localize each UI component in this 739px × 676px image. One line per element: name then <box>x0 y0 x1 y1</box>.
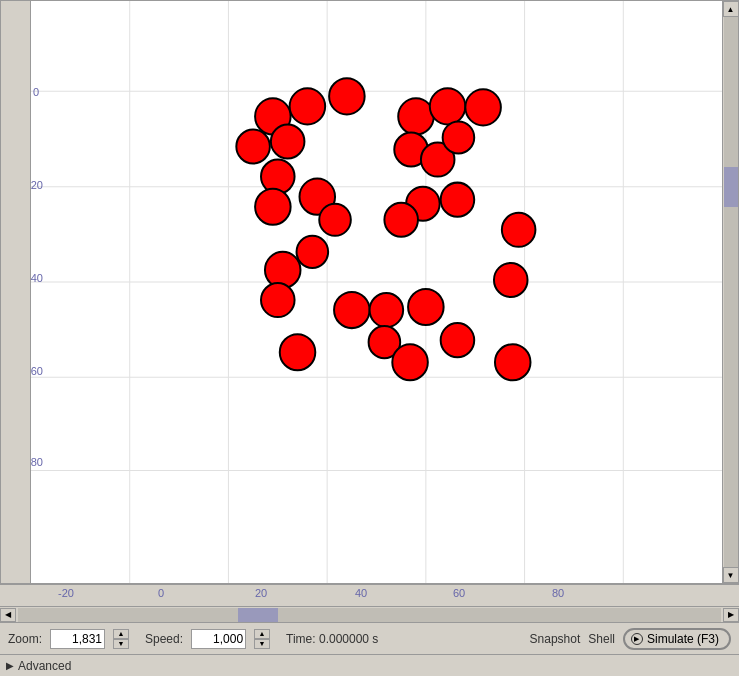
simulate-label: Simulate (F3) <box>647 632 719 646</box>
shell-button[interactable]: Shell <box>588 632 615 646</box>
svg-point-14 <box>236 129 270 163</box>
x-label-40: 40 <box>355 587 367 599</box>
speed-spinner[interactable]: ▲ ▼ <box>254 629 270 649</box>
speed-label: Speed: <box>145 632 183 646</box>
svg-point-36 <box>441 183 475 217</box>
zoom-input[interactable] <box>50 629 105 649</box>
svg-point-37 <box>384 203 418 237</box>
simulate-button[interactable]: ▶ Simulate (F3) <box>623 628 731 650</box>
zoom-down-btn[interactable]: ▼ <box>113 639 129 649</box>
svg-point-40 <box>392 344 428 380</box>
x-label-0: 0 <box>158 587 164 599</box>
svg-point-29 <box>398 98 434 134</box>
advanced-row[interactable]: ▶ Advanced <box>0 654 739 676</box>
scroll-thumb-v[interactable] <box>724 167 738 207</box>
y-label-20: -20 <box>31 179 43 191</box>
svg-point-13 <box>329 78 365 114</box>
svg-point-38 <box>502 213 536 247</box>
speed-up-btn[interactable]: ▲ <box>254 629 270 639</box>
svg-point-30 <box>430 88 466 124</box>
svg-point-24 <box>370 293 404 327</box>
svg-point-26 <box>280 334 316 370</box>
y-label-80: -80 <box>31 456 43 468</box>
scroll-up-btn[interactable]: ▲ <box>723 1 739 17</box>
plot-area: 0 -20 -40 -60 -80 ▲ ▼ <box>0 0 739 584</box>
scroll-right-btn[interactable]: ▶ <box>723 608 739 622</box>
scroll-down-btn[interactable]: ▼ <box>723 567 739 583</box>
y-label-0: 0 <box>33 86 39 98</box>
main-container: 0 -20 -40 -60 -80 ▲ ▼ -20 0 20 40 60 80 … <box>0 0 739 676</box>
speed-input[interactable] <box>191 629 246 649</box>
snapshot-button[interactable]: Snapshot <box>530 632 581 646</box>
y-label-60: -60 <box>31 365 43 377</box>
speed-down-btn[interactable]: ▼ <box>254 639 270 649</box>
scroll-track-v[interactable] <box>724 17 738 567</box>
y-axis <box>1 1 31 583</box>
svg-point-20 <box>319 204 351 236</box>
svg-point-22 <box>261 283 295 317</box>
time-display: Time: 0.000000 s <box>286 632 378 646</box>
svg-point-23 <box>334 292 370 328</box>
x-label-80: 80 <box>552 587 564 599</box>
advanced-label[interactable]: Advanced <box>18 659 71 673</box>
y-label-40: -40 <box>31 272 43 284</box>
svg-point-25 <box>408 289 444 325</box>
svg-point-34 <box>443 121 475 153</box>
svg-point-21 <box>265 252 301 288</box>
toolbar: Zoom: ▲ ▼ Speed: ▲ ▼ Time: 0.000000 s Sn… <box>0 622 739 654</box>
svg-point-28 <box>441 323 475 357</box>
svg-point-15 <box>271 124 305 158</box>
plot-canvas[interactable]: 0 -20 -40 -60 -80 <box>31 1 722 583</box>
scroll-left-btn[interactable]: ◀ <box>0 608 16 622</box>
scroll-track-h[interactable] <box>18 608 721 622</box>
zoom-spinner[interactable]: ▲ ▼ <box>113 629 129 649</box>
x-label-n20: -20 <box>58 587 74 599</box>
svg-point-12 <box>290 88 326 124</box>
svg-point-31 <box>465 89 501 125</box>
vertical-scrollbar[interactable]: ▲ ▼ <box>722 1 738 583</box>
x-label-60: 60 <box>453 587 465 599</box>
svg-point-41 <box>495 344 531 380</box>
advanced-arrow: ▶ <box>6 660 14 671</box>
plot-svg <box>31 1 722 583</box>
x-axis: -20 0 20 40 60 80 <box>0 584 739 606</box>
x-label-20: 20 <box>255 587 267 599</box>
play-icon: ▶ <box>631 633 643 645</box>
zoom-up-btn[interactable]: ▲ <box>113 629 129 639</box>
scroll-thumb-h[interactable] <box>238 608 278 622</box>
svg-point-17 <box>255 189 291 225</box>
zoom-label: Zoom: <box>8 632 42 646</box>
svg-point-19 <box>297 236 329 268</box>
svg-point-39 <box>494 263 528 297</box>
horizontal-scrollbar[interactable]: ◀ ▶ <box>0 606 739 622</box>
